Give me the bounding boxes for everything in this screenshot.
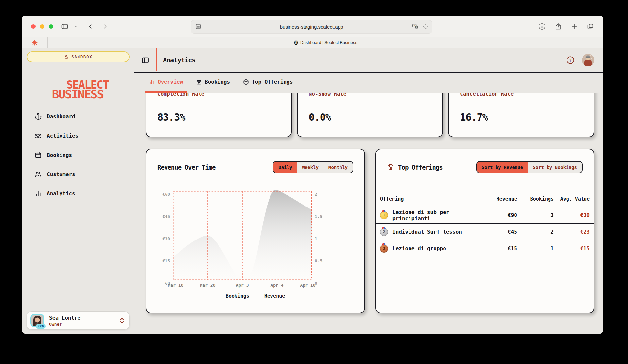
app-root: SANDBOX SEALECT BUSINESS Dashboard Activ… — [22, 48, 603, 334]
minimize-window-button[interactable] — [40, 24, 44, 29]
user-name: Sea Lontre — [49, 315, 119, 321]
people-icon — [34, 171, 42, 178]
offering-revenue: €45 — [484, 229, 521, 235]
table-header-row: Offering Revenue Bookings Avg. Value — [376, 191, 594, 207]
user-role: Owner — [49, 322, 119, 327]
active-browser-tab[interactable]: S Dashboard | Sealect Business — [48, 37, 603, 48]
browser-window: business-staging.sealect.app A文 — [22, 16, 603, 334]
offering-avg-value: €23 — [558, 229, 594, 235]
waves-icon — [34, 132, 42, 140]
bar-chart-icon — [149, 79, 155, 85]
help-icon[interactable]: ? — [566, 56, 575, 64]
col-offering: Offering — [376, 196, 484, 202]
y-axis-tick: €30 — [163, 236, 170, 241]
analytics-tabbar: Overview Bookings Top Offerings — [134, 73, 603, 93]
svg-text:?: ? — [569, 58, 572, 63]
sidebar-item-label: Bookings — [47, 152, 72, 158]
offering-avg-value: €30 — [558, 212, 594, 218]
page-title: Analytics — [163, 56, 195, 64]
sidebar-item-activities[interactable]: Activities — [34, 131, 78, 140]
reader-icon[interactable] — [195, 23, 202, 30]
table-row[interactable]: 3 Lezione di gruppo €15 1 €15 — [376, 240, 594, 256]
pro-badge: PRO — [36, 324, 46, 329]
collapse-sidebar-icon[interactable] — [141, 56, 149, 66]
col-avg-value: Avg. Value — [558, 196, 594, 202]
stat-card-cancellation-rate: Cancellation Rate 16.7% — [448, 93, 594, 137]
tab-overview[interactable]: Overview — [145, 73, 187, 93]
range-daily-button[interactable]: Daily — [273, 162, 297, 173]
tab-overview-icon[interactable] — [586, 23, 594, 30]
col-bookings: Bookings — [521, 196, 558, 202]
user-avatar: PRO — [30, 314, 44, 327]
sidebar-toggle-icon[interactable] — [61, 23, 69, 30]
y-axis-tick: €60 — [163, 192, 170, 197]
revenue-chart-plot: €0 €15 €30 €45 €60 0 0.5 1 1.5 2 Mar 18 — [173, 191, 312, 280]
sidebar-item-analytics[interactable]: Analytics — [34, 189, 78, 198]
col-revenue: Revenue — [484, 196, 521, 202]
stat-value: 0.0% — [309, 111, 431, 123]
sidebar-nav: Dashboard Activities Bookings Customers — [34, 112, 78, 198]
zoom-window-button[interactable] — [49, 24, 53, 29]
sidebar-item-customers[interactable]: Customers — [34, 170, 78, 179]
x-axis-tick: Mar 28 — [200, 283, 216, 288]
flask-icon — [64, 55, 69, 59]
range-monthly-button[interactable]: Monthly — [323, 162, 353, 173]
pinned-tab[interactable] — [22, 37, 48, 48]
address-bar[interactable]: business-staging.sealect.app A文 — [191, 20, 432, 34]
y2-axis-tick: 2 — [315, 192, 317, 197]
tab-top-offerings[interactable]: Top Offerings — [239, 73, 297, 93]
desktop: business-staging.sealect.app A文 — [0, 0, 628, 364]
trophy-icon — [387, 164, 394, 171]
offering-avg-value: €15 — [558, 245, 594, 252]
offering-bookings: 3 — [521, 212, 558, 218]
new-tab-icon[interactable] — [571, 23, 578, 30]
browser-toolbar: business-staging.sealect.app A文 — [22, 16, 603, 37]
range-weekly-button[interactable]: Weekly — [297, 162, 323, 173]
stat-value: 83.3% — [157, 111, 280, 123]
top-offerings-title: Top Offerings — [398, 164, 443, 171]
bronze-medal-icon: 3 — [380, 245, 388, 253]
offering-bookings: 2 — [521, 229, 558, 235]
sidebar-item-label: Activities — [47, 133, 78, 139]
table-row[interactable]: 1 Lezione di sub per principianti €90 3 … — [376, 207, 594, 224]
chevron-down-icon[interactable] — [73, 24, 78, 29]
app-logo: SEALECT BUSINESS — [22, 80, 134, 99]
offering-name: Individual Surf lesson — [392, 229, 462, 235]
table-row[interactable]: 2 Individual Surf lesson €45 2 €23 — [376, 224, 594, 240]
sidebar-item-bookings[interactable]: Bookings — [34, 150, 78, 159]
user-menu[interactable]: PRO Sea Lontre Owner — [27, 311, 130, 330]
back-icon[interactable] — [87, 23, 94, 30]
reload-icon[interactable] — [422, 23, 429, 30]
sort-by-bookings-button[interactable]: Sort by Bookings — [528, 162, 582, 173]
page-header: Analytics ? — [134, 48, 603, 73]
offering-name: Lezione di gruppo — [392, 245, 446, 252]
sort-toggle: Sort by Revenue Sort by Bookings — [476, 161, 583, 173]
package-icon — [243, 79, 249, 85]
sidebar-item-dashboard[interactable]: Dashboard — [34, 112, 78, 121]
calendar-icon — [196, 79, 202, 85]
y2-axis-tick: 0.5 — [315, 258, 322, 263]
close-window-button[interactable] — [31, 24, 36, 29]
tab-bookings[interactable]: Bookings — [192, 73, 234, 93]
stat-card-completion-rate: Completion Rate 83.3% — [146, 93, 292, 137]
tab-title: Dashboard | Sealect Business — [300, 40, 357, 45]
main-panel: Analytics ? Overview — [134, 48, 603, 334]
offering-revenue: €15 — [484, 245, 521, 252]
x-axis-tick: Apr 4 — [270, 283, 283, 288]
tab-strip: S Dashboard | Sealect Business — [22, 37, 603, 48]
calendar-icon — [34, 151, 42, 159]
downloads-icon[interactable] — [538, 23, 546, 30]
sort-by-revenue-button[interactable]: Sort by Revenue — [477, 162, 528, 173]
translate-icon[interactable]: A文 — [412, 23, 419, 30]
header-avatar[interactable] — [582, 54, 594, 66]
stat-title: Completion Rate — [157, 93, 280, 97]
y2-axis-tick: 1 — [315, 236, 317, 241]
forward-icon[interactable] — [101, 23, 109, 30]
y2-axis-tick: 1.5 — [315, 214, 322, 219]
chevron-updown-icon[interactable] — [119, 317, 125, 324]
site-favicon: S — [294, 40, 298, 45]
header-accent-divider — [156, 48, 157, 71]
top-offerings-title-row: Top Offerings — [387, 164, 443, 171]
svg-text:文: 文 — [415, 26, 417, 28]
share-icon[interactable] — [554, 23, 562, 30]
